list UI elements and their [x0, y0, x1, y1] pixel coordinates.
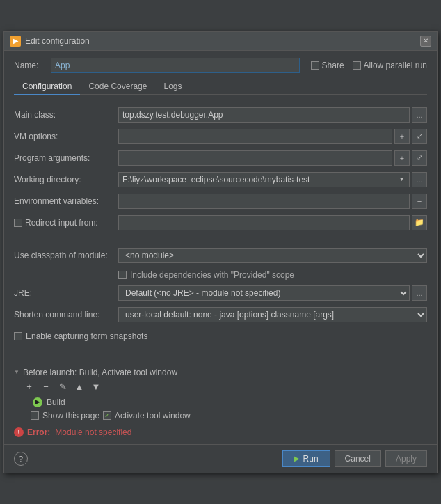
- env-vars-input[interactable]: [118, 194, 410, 209]
- apply-button[interactable]: Apply: [385, 450, 427, 467]
- working-dir-dropdown-arrow[interactable]: ▼: [394, 172, 410, 187]
- parallel-checkbox[interactable]: [353, 61, 361, 70]
- name-row: Name: Share Allow parallel run: [14, 58, 427, 73]
- enable-snapshot-label: Enable capturing form snapshots: [26, 331, 147, 341]
- redirect-checkbox[interactable]: [14, 219, 22, 227]
- show-page-checkbox[interactable]: [31, 411, 39, 420]
- tabs-bar: Configuration Code Coverage Logs: [14, 79, 427, 95]
- remove-launch-btn[interactable]: −: [39, 380, 53, 394]
- working-dir-input[interactable]: [118, 172, 394, 187]
- title-bar: ▶ Edit configuration ✕: [4, 32, 437, 51]
- dialog-title: Edit configuration: [25, 36, 90, 46]
- move-down-btn[interactable]: ▼: [89, 380, 103, 394]
- divider-1: [14, 239, 427, 239]
- dialog-body: Name: Share Allow parallel run Configura…: [4, 51, 437, 444]
- vm-options-expand-btn[interactable]: +: [394, 129, 410, 144]
- include-deps-label: Include dependencies with "Provided" sco…: [130, 270, 294, 280]
- classpath-select-wrapper: <no module>: [118, 248, 427, 263]
- enable-snapshot-checkbox[interactable]: [14, 332, 22, 340]
- error-bold-text: Error:: [27, 427, 50, 437]
- shorten-cmd-select[interactable]: user-local default: none - java [options…: [118, 307, 427, 322]
- jre-select-area: Default (<no JRE> - module not specified…: [118, 285, 410, 301]
- cancel-button[interactable]: Cancel: [335, 450, 381, 467]
- close-button[interactable]: ✕: [420, 36, 431, 47]
- working-dir-row: Working directory: ▼ ...: [14, 171, 427, 188]
- jre-row: JRE: Default (<no JRE> - module not spec…: [14, 285, 427, 301]
- redirect-input[interactable]: [118, 215, 410, 230]
- shorten-cmd-row: Shorten command line: user-local default…: [14, 306, 427, 323]
- main-class-input-area: ...: [118, 107, 427, 123]
- build-launch-item: ▶ Build: [31, 397, 427, 408]
- tab-logs[interactable]: Logs: [155, 79, 190, 95]
- share-area: Share Allow parallel run: [311, 61, 427, 70]
- run-triangle-icon: ▶: [294, 455, 300, 462]
- program-args-fullscreen-btn[interactable]: ⤢: [412, 150, 427, 166]
- jre-browse-btn[interactable]: ...: [412, 285, 427, 301]
- share-label: Share: [322, 61, 344, 70]
- program-args-label: Program arguments:: [14, 153, 118, 163]
- move-up-btn[interactable]: ▲: [72, 380, 86, 394]
- vm-options-fullscreen-btn[interactable]: ⤢: [412, 129, 427, 144]
- redirect-input-area: 📁: [118, 215, 427, 230]
- edit-launch-btn[interactable]: ✎: [56, 380, 70, 394]
- include-deps-checkbox[interactable]: [118, 271, 127, 279]
- enable-snapshot-row: Enable capturing form snapshots: [14, 328, 427, 345]
- include-deps-row: Include dependencies with "Provided" sco…: [118, 270, 427, 280]
- app-icon: ▶: [10, 36, 21, 47]
- activate-tool-label: Activate tool window: [115, 411, 191, 420]
- share-checkbox[interactable]: [311, 61, 319, 70]
- edit-configuration-dialog: ▶ Edit configuration ✕ Name: Share Allow…: [3, 31, 438, 473]
- before-launch-toolbar: + − ✎ ▲ ▼: [22, 380, 427, 394]
- redirect-browse-btn[interactable]: 📁: [412, 215, 427, 230]
- before-launch-header[interactable]: ▼ Before launch: Build, Activate tool wi…: [14, 368, 427, 377]
- title-bar-left: ▶ Edit configuration: [10, 36, 90, 47]
- working-dir-select-wrapper: ▼: [118, 172, 410, 187]
- env-vars-label: Environment variables:: [14, 196, 118, 206]
- tab-configuration[interactable]: Configuration: [14, 79, 80, 95]
- error-row: ! Error: Module not specified: [14, 427, 427, 437]
- shorten-cmd-label: Shorten command line:: [14, 310, 118, 320]
- name-input[interactable]: [51, 58, 300, 73]
- jre-input-area: Default (<no JRE> - module not specified…: [118, 285, 427, 301]
- program-args-expand-btn[interactable]: +: [394, 150, 410, 166]
- main-class-browse-btn[interactable]: ...: [412, 107, 427, 123]
- main-class-row: Main class: ...: [14, 107, 427, 123]
- share-item: Share: [311, 61, 344, 70]
- main-class-label: Main class:: [14, 110, 118, 120]
- dialog-footer: ? ▶ Run Cancel Apply: [4, 444, 437, 473]
- form-section: Main class: ... VM options: + ⤢ Program …: [14, 101, 427, 350]
- tab-code-coverage[interactable]: Code Coverage: [80, 79, 155, 95]
- shorten-cmd-select-wrapper: user-local default: none - java [options…: [118, 307, 427, 322]
- program-args-input[interactable]: [118, 150, 392, 166]
- build-icon: ▶: [33, 397, 42, 407]
- parallel-item: Allow parallel run: [353, 61, 427, 70]
- vm-options-input[interactable]: [118, 129, 392, 144]
- vm-options-label: VM options:: [14, 132, 118, 141]
- main-class-input[interactable]: [118, 107, 410, 123]
- collapse-triangle-icon: ▼: [14, 369, 19, 375]
- env-vars-row: Environment variables: ≡: [14, 193, 427, 210]
- jre-select[interactable]: Default (<no JRE> - module not specified…: [118, 285, 410, 301]
- run-button[interactable]: ▶ Run: [282, 450, 330, 467]
- help-button[interactable]: ?: [14, 452, 28, 466]
- classpath-row: Use classpath of module: <no module>: [14, 247, 427, 264]
- program-args-row: Program arguments: + ⤢: [14, 150, 427, 166]
- build-label: Build: [47, 397, 65, 407]
- program-args-input-area: + ⤢: [118, 150, 427, 166]
- before-launch-section: ▼ Before launch: Build, Activate tool wi…: [14, 368, 427, 420]
- working-dir-browse-btn[interactable]: ...: [412, 172, 427, 187]
- activate-tool-checkbox[interactable]: ✓: [103, 411, 111, 420]
- vm-options-row: VM options: + ⤢: [14, 128, 427, 145]
- footer-buttons: ▶ Run Cancel Apply: [282, 450, 427, 467]
- working-dir-input-area: ▼ ...: [118, 172, 427, 187]
- redirect-input-row: Redirect input from: 📁: [14, 214, 427, 231]
- env-vars-input-area: ≡: [118, 194, 427, 209]
- working-dir-label: Working directory:: [14, 175, 118, 184]
- add-launch-btn[interactable]: +: [22, 380, 36, 394]
- env-vars-edit-btn[interactable]: ≡: [412, 194, 427, 209]
- classpath-label: Use classpath of module:: [14, 251, 118, 260]
- classpath-select[interactable]: <no module>: [118, 248, 427, 263]
- show-page-row: Show this page ✓ Activate tool window: [31, 411, 427, 420]
- show-page-label: Show this page: [42, 411, 99, 420]
- parallel-label: Allow parallel run: [364, 61, 427, 70]
